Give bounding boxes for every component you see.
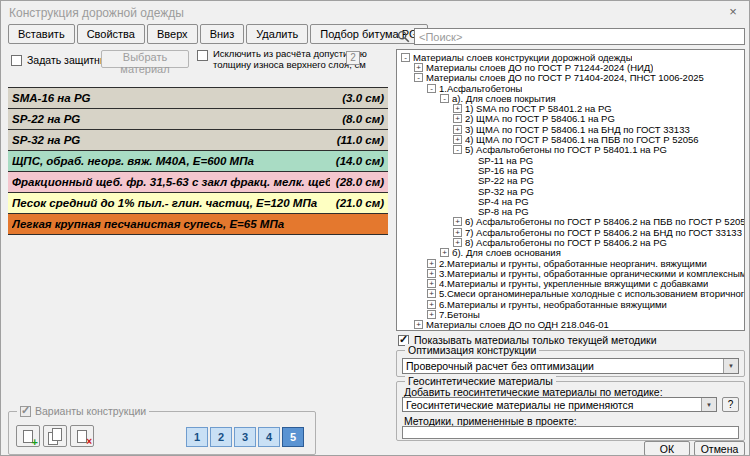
layer-row[interactable]: SP-32 на PG (11.0 см) [8, 130, 388, 151]
tree-expand-icon[interactable]: - [453, 145, 462, 154]
layer-thickness: (14.0 см) [336, 155, 384, 167]
chevron-down-icon[interactable]: ▼ [701, 398, 716, 411]
chevron-down-icon[interactable]: ▼ [723, 359, 738, 373]
methods-input[interactable] [402, 426, 739, 439]
tree-item[interactable]: - Материалы слоев ДО по ГОСТ Р 71404-202… [397, 73, 744, 83]
toolbar-button[interactable]: Удалить [246, 24, 308, 44]
exclude-wear-checkbox[interactable]: Исключить из расчёта допустимую толщину … [197, 48, 367, 70]
tree-item[interactable]: SP-32 на PG [397, 186, 744, 196]
tree-expand-icon[interactable]: + [427, 310, 436, 319]
layer-row[interactable]: SP-22 на PG (8.0 см) [8, 109, 388, 130]
layer-row[interactable]: ЩПС, обраб. неорг. вяж. М40А, E=600 МПа … [8, 151, 388, 172]
tree-item[interactable]: + 5.Смеси органоминеральные холодные с и… [397, 289, 744, 299]
dialog-window: Конструкция дорожной одежды × ВставитьСв… [0, 0, 750, 456]
search-input[interactable] [414, 28, 745, 45]
geosynthetics-select[interactable]: Геосинтетические материалы не применяютс… [402, 397, 717, 412]
tree-item[interactable]: - 5) Асфальтобетоны по ГОСТ Р 58401.1 на… [397, 145, 744, 155]
tree-expand-icon[interactable]: + [427, 259, 436, 268]
tree-expand-icon[interactable]: - [401, 53, 410, 62]
tree-item[interactable]: + Материалы слоев ДО по ОДН 218.046-01 [397, 320, 744, 330]
tree-item[interactable]: + Материалы слоев ДО по ГОСТ Р 71244-202… [397, 62, 744, 72]
layer-label: SP-32 на PG [12, 134, 331, 146]
geosynthetics-group: Геосинтетические материалы Добавить геос… [396, 381, 745, 441]
tree-item[interactable]: SP-16 на PG [397, 165, 744, 175]
layer-row[interactable]: SMA-16 на PG (3.0 см) [8, 88, 388, 109]
variant-button[interactable]: 3 [234, 427, 256, 447]
delete-variant-button[interactable]: × [70, 425, 94, 447]
choose-material-button[interactable]: Выбрать материал [101, 50, 189, 68]
layer-label: SP-22 на PG [12, 113, 336, 125]
tree-item[interactable]: - Материалы слоев конструкции дорожной о… [397, 52, 744, 62]
tree-expand-icon[interactable]: + [453, 114, 462, 123]
tree-item[interactable]: + 4.Материалы и грунты, укрепленные вяжу… [397, 279, 744, 289]
optimization-select[interactable]: Проверочный расчет без оптимизации ▼ [402, 358, 739, 374]
tree-item[interactable]: SP-8 на PG [397, 206, 744, 216]
layer-row[interactable]: Легкая крупная песчанистая супесь, E=65 … [8, 214, 388, 235]
toolbar-button[interactable]: Свойства [77, 24, 145, 44]
variant-button[interactable]: 4 [258, 427, 280, 447]
variant-button[interactable]: 5 [282, 427, 304, 447]
tree-expand-icon[interactable]: + [453, 228, 462, 237]
checkbox-unchecked-icon [11, 55, 22, 66]
toolbar-button[interactable]: Вниз [200, 24, 245, 44]
variants-checkbox[interactable]: ✓ [20, 406, 31, 417]
tree-item[interactable]: + 2) ЩМА по ГОСТ Р 58406.1 на PG [397, 114, 744, 124]
delete-cross-icon: × [86, 437, 92, 447]
toolbar-button[interactable]: Вставить [8, 24, 75, 44]
variant-button[interactable]: 1 [186, 427, 208, 447]
ok-button[interactable]: ОК [644, 441, 690, 456]
tree-item[interactable]: + 6) Асфальтобетоны по ГОСТ Р 58406.2 на… [397, 217, 744, 227]
help-button[interactable]: ? [722, 397, 739, 412]
tree-item[interactable]: - а). Для слоев покрытия [397, 93, 744, 103]
tree-item[interactable]: - 1.Асфальтобетоны [397, 83, 744, 93]
toolbar: ВставитьСвойстваВверхВнизУдалитьПодбор б… [8, 24, 428, 44]
tree-item[interactable]: + 3.Материалы и грунты, обработанные орг… [397, 268, 744, 278]
tree-item[interactable]: + 4) ЩМА по ГОСТ Р 58406.1 на ПБВ по ГОС… [397, 134, 744, 144]
tree-item[interactable]: + 3) ЩМА по ГОСТ Р 58406.1 на БНД по ГОС… [397, 124, 744, 134]
tree-expand-icon[interactable]: + [440, 248, 449, 257]
tree-item[interactable]: SP-4 на PG [397, 196, 744, 206]
layer-thickness: (28.0 см) [336, 176, 384, 188]
tree-expand-icon[interactable]: + [453, 104, 462, 113]
materials-tree[interactable]: - Материалы слоев конструкции дорожной о… [396, 49, 745, 331]
tree-item[interactable]: SP-22 на PG [397, 176, 744, 186]
tree-expand-icon[interactable]: + [414, 63, 423, 72]
tree-expand-icon[interactable]: - [414, 73, 423, 82]
check-icon: ✓ [21, 405, 30, 416]
add-variant-button[interactable]: + [16, 425, 40, 447]
tree-item[interactable]: + 6.Материалы и грунты, необработанные в… [397, 299, 744, 309]
tree-expand-icon[interactable]: - [427, 84, 436, 93]
tree-item[interactable]: + 8) Асфальтобетоны по ГОСТ Р 58406.2 на… [397, 237, 744, 247]
tree-item[interactable]: + б). Для слоев основания [397, 248, 744, 258]
tree-expand-icon[interactable]: + [453, 135, 462, 144]
tree-expand-icon[interactable]: + [427, 269, 436, 278]
tree-item[interactable]: + 1) SMA по ГОСТ Р 58401.2 на PG [397, 103, 744, 113]
toolbar-button[interactable]: Вверх [147, 24, 198, 44]
exclude-wear-label-line1: Исключить из расчёта допустимую [213, 48, 367, 59]
tree-item[interactable]: SP-11 на PG [397, 155, 744, 165]
cancel-button[interactable]: Отмена [694, 441, 745, 456]
check-icon: ✓ [399, 334, 408, 345]
layer-label: Фракционный щеб. фр. 31,5-63 с закл фрак… [12, 176, 330, 188]
layer-list: SMA-16 на PG (3.0 см) SP-22 на PG (8.0 с… [8, 87, 388, 235]
close-icon[interactable]: × [725, 4, 741, 20]
layer-label: Легкая крупная песчанистая супесь, E=65 … [12, 218, 378, 230]
tree-item[interactable]: + 2.Материалы и грунты, обработанные нео… [397, 258, 744, 268]
tree-expand-icon[interactable]: + [427, 300, 436, 309]
tree-expand-icon[interactable]: + [427, 279, 436, 288]
wear-value-field[interactable]: 2 [346, 51, 360, 65]
tree-expand-icon[interactable]: + [453, 238, 462, 247]
variant-button[interactable]: 2 [210, 427, 232, 447]
tree-expand-icon[interactable]: + [414, 320, 423, 329]
tree-item[interactable]: + 7) Асфальтобетоны по ГОСТ Р 58406.2 на… [397, 227, 744, 237]
layer-row[interactable]: Песок средний до 1% пыл.- глин. частиц, … [8, 193, 388, 214]
tree-expand-icon[interactable]: + [453, 125, 462, 134]
optimization-group: Оптимизация конструкции Проверочный расч… [396, 350, 745, 377]
tree-expand-icon[interactable]: + [453, 217, 462, 226]
tree-item[interactable]: + 7.Бетоны [397, 309, 744, 319]
layer-row[interactable]: Фракционный щеб. фр. 31,5-63 с закл фрак… [8, 172, 388, 193]
variants-caption: ✓ Варианты конструкции [17, 405, 149, 417]
tree-expand-icon[interactable]: - [440, 94, 449, 103]
copy-variant-button[interactable] [43, 425, 67, 447]
tree-expand-icon[interactable]: + [427, 289, 436, 298]
